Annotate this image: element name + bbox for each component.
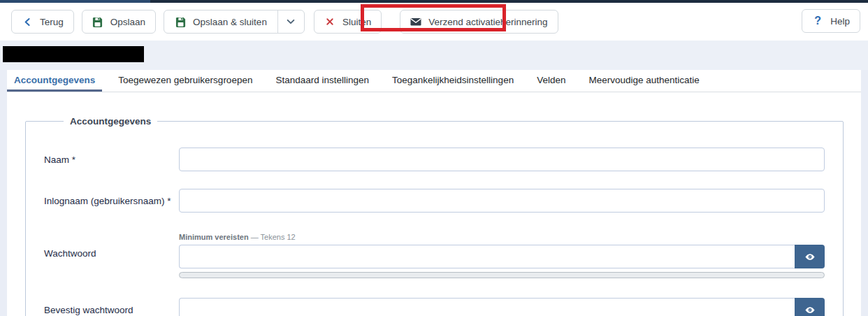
bevestig-wachtwoord-label: Bevestig wachtwoord xyxy=(44,305,179,315)
floppy-disk-icon xyxy=(175,16,186,27)
back-button-label: Terug xyxy=(40,17,64,27)
toolbar: Terug Opslaan Opslaan & sluiten Sluiten xyxy=(0,3,868,41)
tab-meervoudige-authenticatie[interactable]: Meervoudige authenticatie xyxy=(581,70,706,92)
form-row-bevestig-wachtwoord: Bevestig wachtwoord xyxy=(44,298,825,316)
chevron-down-icon xyxy=(285,16,296,27)
tab-label: Standaard instellingen xyxy=(275,75,369,85)
hint-bold-text: Minimum vereisten xyxy=(179,233,249,241)
tab-bar: Accountgegevens Toegewezen gebruikersgro… xyxy=(7,70,861,92)
save-button[interactable]: Opslaan xyxy=(82,10,156,34)
wachtwoord-input[interactable] xyxy=(179,245,795,268)
envelope-icon xyxy=(410,16,421,27)
send-activation-reminder-button[interactable]: Verzend activatieherinnering xyxy=(400,10,558,34)
wachtwoord-label: Wachtwoord xyxy=(44,233,179,259)
page-subheader xyxy=(0,41,868,70)
save-close-button-label: Opslaan & sluiten xyxy=(193,17,267,27)
close-button-label: Sluiten xyxy=(342,17,371,27)
inlognaam-label: Inlognaam (gebruikersnaam) * xyxy=(44,196,179,206)
help-button-label: Help xyxy=(830,16,850,27)
close-button[interactable]: Sluiten xyxy=(314,10,382,34)
bevestig-wachtwoord-control xyxy=(179,298,825,316)
tab-label: Meervoudige authenticatie xyxy=(588,75,699,85)
inlognaam-control xyxy=(179,189,825,213)
tab-label: Velden xyxy=(537,75,565,85)
tab-standaard-instellingen[interactable]: Standaard instellingen xyxy=(268,70,376,92)
tab-label: Toegankelijkheidsinstellingen xyxy=(392,75,514,85)
inlognaam-input[interactable] xyxy=(179,189,825,213)
chevron-left-icon xyxy=(22,16,33,27)
password-strength-meter xyxy=(179,272,825,278)
tab-label: Toegewezen gebruikersgroepen xyxy=(118,75,252,85)
save-close-button[interactable]: Opslaan & sluiten xyxy=(164,10,277,33)
naam-input[interactable] xyxy=(179,148,825,171)
tab-accountgegevens[interactable]: Accountgegevens xyxy=(7,70,102,92)
bevestig-wachtwoord-input-group xyxy=(179,298,825,316)
form-row-inlognaam: Inlognaam (gebruikersnaam) * xyxy=(44,189,825,213)
tab-velden[interactable]: Velden xyxy=(530,70,572,92)
form-row-naam: Naam * xyxy=(44,148,825,171)
tab-label: Accountgegevens xyxy=(14,75,95,85)
password-requirements-hint: Minimum vereisten — Tekens 12 xyxy=(179,233,825,242)
bevestig-wachtwoord-input[interactable] xyxy=(179,298,795,316)
floppy-disk-icon xyxy=(92,16,103,27)
hint-rest-text: — Tekens 12 xyxy=(249,233,296,241)
tab-toegankelijkheidsinstellingen[interactable]: Toegankelijkheidsinstellingen xyxy=(385,70,521,92)
naam-control xyxy=(179,148,825,171)
tab-toegewezen-gebruikersgroepen[interactable]: Toegewezen gebruikersgroepen xyxy=(111,70,259,92)
form-row-wachtwoord: Wachtwoord Minimum vereisten — Tekens 12 xyxy=(44,233,825,278)
send-activation-reminder-label: Verzend activatieherinnering xyxy=(428,17,547,27)
save-close-split-button: Opslaan & sluiten xyxy=(164,10,305,34)
account-details-fieldset: Accountgegevens Naam * Inlognaam (gebrui… xyxy=(25,116,844,316)
save-button-label: Opslaan xyxy=(110,17,145,27)
tab-panel-accountgegevens: Accountgegevens Naam * Inlognaam (gebrui… xyxy=(7,92,861,316)
fieldset-legend: Accountgegevens xyxy=(64,116,157,127)
x-icon xyxy=(324,16,335,27)
back-button[interactable]: Terug xyxy=(11,10,74,34)
naam-label: Naam * xyxy=(44,155,179,165)
question-mark-icon: ? xyxy=(812,15,823,27)
eye-icon xyxy=(804,304,816,315)
content-card: Accountgegevens Toegewezen gebruikersgro… xyxy=(7,70,861,316)
toggle-confirm-password-visibility-button[interactable] xyxy=(795,298,825,316)
toggle-password-visibility-button[interactable] xyxy=(795,245,825,268)
eye-icon xyxy=(804,251,816,262)
redacted-title-bar xyxy=(3,46,144,62)
wachtwoord-input-group xyxy=(179,245,825,268)
help-button[interactable]: ? Help xyxy=(802,9,860,33)
wachtwoord-control: Minimum vereisten — Tekens 12 xyxy=(179,233,825,278)
save-options-dropdown-toggle[interactable] xyxy=(277,10,304,33)
